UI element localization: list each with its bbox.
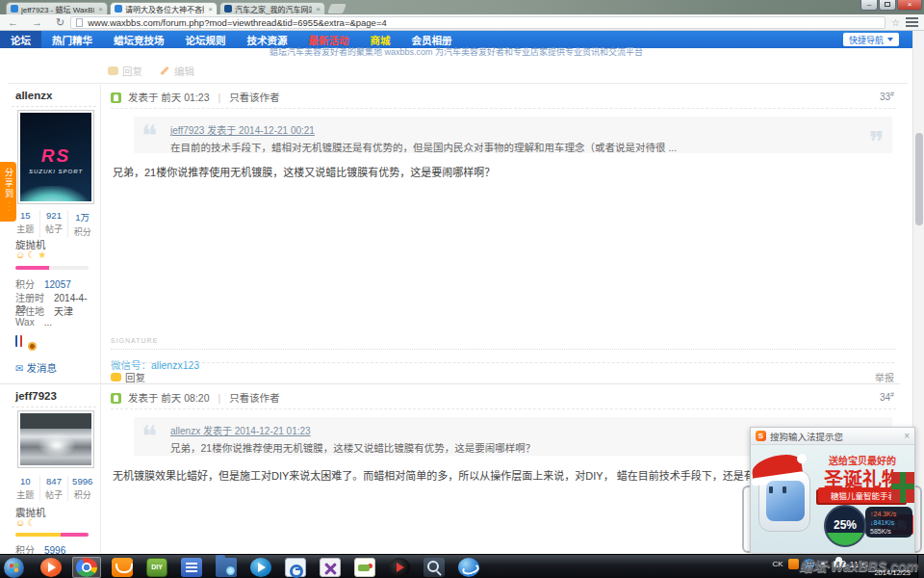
share-dots: · · · xyxy=(6,201,12,212)
address-bar[interactable]: www.waxbbs.com/forum.php?mod=viewthread&… xyxy=(70,16,886,29)
quote-source-link[interactable]: jeff7923 发表于 2014-12-21 00:21 xyxy=(170,125,315,136)
author-username[interactable]: jeff7923 xyxy=(15,390,57,402)
watch-eye xyxy=(783,486,786,493)
reload-icon[interactable]: ↻ xyxy=(56,16,64,29)
desktop-screen: jeff7923 - 蜡坛 WaxBBS × 请明大及各位大神不吝赐 × 汽车之… xyxy=(0,0,924,578)
post-header: 发表于 前天 01:23 | 只看该作者 xyxy=(111,90,896,104)
avatar[interactable] xyxy=(17,410,94,468)
back-icon[interactable]: ← xyxy=(8,16,18,28)
ribbon-medal-icon xyxy=(15,335,22,347)
bookmark-star-icon[interactable]: ☆ xyxy=(891,17,900,28)
download-speed: ↓841K/s xyxy=(870,518,912,527)
report-link[interactable]: 举报 xyxy=(875,370,894,384)
avatar-text-brand: SUZUKI SPORT xyxy=(20,169,91,174)
pptv-icon[interactable] xyxy=(250,558,271,577)
browser-menu-icon[interactable] xyxy=(906,15,918,29)
key-tool-icon[interactable] xyxy=(285,558,306,577)
send-message-link[interactable]: ✉发消息 xyxy=(15,360,57,375)
stat-posts-label: 帖子 xyxy=(40,223,68,235)
tab-title: 请明大及各位大神不吝赐 xyxy=(125,4,204,14)
only-author-link[interactable]: 只看该作者 xyxy=(229,92,280,103)
credit-progress-bar xyxy=(15,533,89,537)
browser-titlebar: jeff7923 - 蜡坛 WaxBBS × 请明大及各位大神不吝赐 × 汽车之… xyxy=(0,0,924,14)
moon-icon: ☾ xyxy=(27,250,38,260)
reply-label: 回复 xyxy=(125,370,145,384)
close-quote-icon: ❞ xyxy=(869,125,885,159)
show-desktop-button[interactable] xyxy=(917,555,924,578)
scrollbar-thumb[interactable] xyxy=(915,133,923,225)
magnifier-tool-icon[interactable] xyxy=(424,558,445,577)
tab-title: 汽车之家_我的汽车网站 xyxy=(235,4,312,14)
upload-speed: ↑24.3K/s xyxy=(870,510,912,518)
popup-ad-body[interactable]: 送给宝贝最好的 圣诞礼物 糖猫儿童智能手表 抢购 25% ↑24.3K/s ↓8… xyxy=(751,445,914,553)
divider xyxy=(111,408,896,409)
post-header: 发表于 前天 08:20 | 只看该作者 xyxy=(111,390,896,405)
author-stats: 15主题 921帖子 1万积分 xyxy=(12,210,96,238)
tab-close-icon[interactable]: × xyxy=(316,5,321,13)
qx-player-icon[interactable] xyxy=(354,558,375,577)
playlist-app-icon[interactable] xyxy=(181,558,202,577)
browser-tab-1[interactable]: jeff7923 - 蜡坛 WaxBBS × xyxy=(6,2,108,14)
credit-progress-bar xyxy=(15,266,89,270)
divider xyxy=(0,383,900,384)
folder-globe-icon[interactable] xyxy=(216,558,237,577)
field-wax: Wax... xyxy=(15,317,96,328)
stat-posts-label: 帖子 xyxy=(40,488,68,501)
send-message-label: 发消息 xyxy=(26,362,57,374)
forward-icon[interactable]: → xyxy=(32,16,42,28)
post-author-sidebar: jeff7923 10主题 847帖子 5996积分 震抛机 ☺☾ xyxy=(8,385,99,554)
quote-source-link[interactable]: allenzx 发表于 2014-12-21 01:23 xyxy=(170,426,311,436)
mediacoder-icon[interactable] xyxy=(320,558,341,577)
floor-number: 33# xyxy=(880,91,894,102)
smiley-icon: ☺ xyxy=(15,250,27,260)
reply-bubble-icon xyxy=(111,373,121,381)
tray-orange-icon[interactable] xyxy=(788,559,799,569)
post-time: 发表于 前天 01:23 xyxy=(128,92,210,103)
share-label: 分享到 xyxy=(3,168,13,199)
tab-close-icon[interactable]: × xyxy=(98,5,103,13)
diy-tool-icon[interactable]: DIY xyxy=(146,558,167,577)
share-ribbon[interactable]: 分享到 · · · xyxy=(0,162,16,222)
tray-ck-indicator: CK xyxy=(772,560,783,568)
chevron-down-icon xyxy=(887,38,893,41)
reply-button[interactable]: 回复 xyxy=(111,370,894,384)
network-speed-widget: ↑24.3K/s ↓841K/s 585K/s xyxy=(865,507,912,538)
chrome-icon[interactable] xyxy=(76,558,97,577)
browser-tab-3[interactable]: 汽车之家_我的汽车网站 × xyxy=(219,2,325,14)
popup-close-icon[interactable]: × xyxy=(904,431,910,441)
tab-close-icon[interactable]: × xyxy=(208,5,213,13)
author-username[interactable]: allenzx xyxy=(15,90,52,101)
window-minimize-button[interactable]: – xyxy=(860,0,878,11)
field-credits: 积分12057 xyxy=(15,276,96,291)
messenger-icon[interactable] xyxy=(458,558,479,577)
faded-edit-button[interactable]: 编辑 xyxy=(174,64,194,78)
avatar[interactable]: RS SUZUKI SPORT xyxy=(17,110,94,204)
url-text[interactable]: www.waxbbs.com/forum.php?mod=viewthread&… xyxy=(88,17,387,28)
divider xyxy=(111,349,896,350)
rank-icons: ☺☾ xyxy=(15,517,38,528)
popup-ad[interactable]: S 搜狗输入法提示您 × 送给宝贝最好的 圣诞礼物 糖猫儿童智能手表 抢购 25… xyxy=(750,427,915,553)
faded-reply-button[interactable]: 回复 xyxy=(122,64,142,78)
only-author-link[interactable]: 只看该作者 xyxy=(229,392,280,404)
avatar-highlight xyxy=(38,433,76,458)
idle-speed: 585K/s xyxy=(870,527,912,536)
media-player-icon[interactable] xyxy=(40,558,62,577)
poster-icon xyxy=(111,92,121,103)
reply-bubble-icon xyxy=(108,66,118,75)
divider xyxy=(12,106,96,107)
quick-nav-label: 快捷导航 xyxy=(849,34,884,46)
taskbar: DIY CK ? 11°C 蜡坛·WaxBBS.com 2014/12/23 xyxy=(0,554,924,578)
dark-player-icon[interactable] xyxy=(389,558,410,577)
avatar-glow xyxy=(20,186,90,201)
post-author-sidebar: allenzx RS SUZUKI SPORT 15主题 921帖子 1万积分 … xyxy=(8,85,99,383)
new-tab-button[interactable] xyxy=(327,4,346,13)
start-button[interactable] xyxy=(4,558,24,578)
window-close-button[interactable]: × xyxy=(897,0,922,11)
author-stats: 10主题 847帖子 5996积分 xyxy=(12,476,96,501)
browser-tab-2-active[interactable]: 请明大及各位大神不吝赐 × xyxy=(110,2,218,14)
uc-browser-icon[interactable] xyxy=(112,558,133,577)
smiley-icon: ☺ xyxy=(15,517,27,528)
quick-nav-button[interactable]: 快捷导航 xyxy=(843,33,899,46)
window-maximize-button[interactable] xyxy=(879,0,896,11)
divider xyxy=(111,108,896,109)
